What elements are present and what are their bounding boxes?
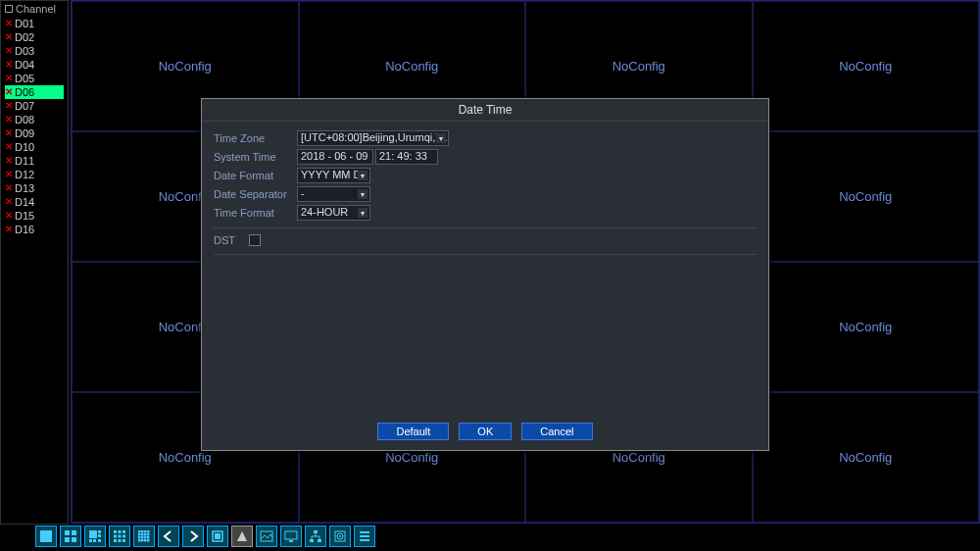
svg-rect-19 <box>122 539 125 542</box>
x-icon: ✕ <box>5 140 13 154</box>
channel-item-D08[interactable]: ✕D08 <box>5 113 64 126</box>
dateformat-label: Date Format <box>214 170 297 181</box>
date-input[interactable]: 2018 - 06 - 09 <box>297 149 373 165</box>
ptz-icon[interactable] <box>231 526 253 547</box>
timezone-label: Time Zone <box>214 132 297 144</box>
chevron-down-icon: ▾ <box>358 208 368 218</box>
prev-icon[interactable] <box>158 526 179 547</box>
channel-list: ✕D01✕D02✕D03✕D04✕D05✕D06✕D07✕D08✕D09✕D10… <box>1 17 68 236</box>
channel-item-D10[interactable]: ✕D10 <box>5 140 64 154</box>
network-icon[interactable] <box>305 526 326 547</box>
channel-item-D15[interactable]: ✕D15 <box>5 209 64 223</box>
timeformat-select[interactable]: 24-HOUR ▾ <box>297 205 370 221</box>
x-icon: ✕ <box>5 72 13 85</box>
divider <box>214 227 757 228</box>
svg-rect-22 <box>144 530 147 533</box>
chevron-down-icon: ▾ <box>358 171 368 180</box>
svg-rect-20 <box>138 530 141 533</box>
svg-rect-38 <box>261 531 272 541</box>
svg-rect-5 <box>89 530 97 538</box>
view4-icon[interactable] <box>60 526 81 547</box>
sidebar-title: Channel <box>16 3 56 15</box>
channel-item-D06[interactable]: ✕D06 <box>5 85 64 99</box>
x-icon: ✕ <box>5 58 13 72</box>
svg-rect-11 <box>114 530 117 533</box>
svg-rect-29 <box>141 536 144 539</box>
datesep-label: Date Separator <box>214 188 297 200</box>
channel-item-D16[interactable]: ✕D16 <box>5 223 64 236</box>
channel-item-D07[interactable]: ✕D07 <box>5 99 64 113</box>
dateformat-select[interactable]: YYYY MM D ▾ <box>297 168 370 183</box>
datesep-value: - <box>301 187 305 199</box>
display-icon[interactable] <box>280 526 302 547</box>
svg-rect-31 <box>147 536 150 539</box>
channel-item-D04[interactable]: ✕D04 <box>5 58 64 72</box>
svg-rect-17 <box>114 539 117 542</box>
svg-rect-9 <box>93 539 96 542</box>
svg-rect-13 <box>122 530 125 533</box>
svg-rect-33 <box>141 539 144 542</box>
svg-rect-39 <box>285 531 297 539</box>
svg-rect-8 <box>89 539 92 542</box>
svg-rect-32 <box>138 539 141 542</box>
fullscreen-icon[interactable] <box>207 526 228 547</box>
svg-rect-48 <box>360 535 369 537</box>
hdd-icon[interactable] <box>329 526 351 547</box>
menu-icon[interactable] <box>354 526 375 547</box>
svg-rect-18 <box>119 539 122 542</box>
view9-icon[interactable] <box>109 526 130 547</box>
sidebar-header: Channel <box>1 1 68 17</box>
channel-item-D13[interactable]: ✕D13 <box>5 181 64 195</box>
svg-rect-43 <box>318 539 321 542</box>
channel-sidebar: Channel ✕D01✕D02✕D03✕D04✕D05✕D06✕D07✕D08… <box>0 0 69 525</box>
time-input[interactable]: 21: 49: 33 <box>375 149 438 165</box>
dst-label: DST <box>214 234 241 246</box>
channel-item-D12[interactable]: ✕D12 <box>5 168 64 181</box>
chevron-down-icon: ▾ <box>358 189 368 199</box>
x-icon: ✕ <box>5 154 13 168</box>
timezone-select[interactable]: [UTC+08:00]Beijing,Urumqi,Ta ▾ <box>297 130 449 146</box>
x-icon: ✕ <box>5 30 13 44</box>
view1-icon[interactable] <box>35 526 57 547</box>
svg-rect-14 <box>114 535 117 538</box>
dst-checkbox[interactable] <box>249 234 261 246</box>
svg-rect-21 <box>141 530 144 533</box>
dateformat-value: YYYY MM D <box>301 169 362 180</box>
channel-item-D11[interactable]: ✕D11 <box>5 154 64 168</box>
x-icon: ✕ <box>5 181 13 195</box>
svg-rect-16 <box>122 535 125 538</box>
x-icon: ✕ <box>5 44 13 58</box>
view8-icon[interactable] <box>84 526 106 547</box>
svg-rect-35 <box>147 539 150 542</box>
ok-button[interactable]: OK <box>459 423 512 440</box>
channel-item-D01[interactable]: ✕D01 <box>5 17 64 30</box>
svg-rect-27 <box>147 533 150 536</box>
dialog-body: Time Zone [UTC+08:00]Beijing,Urumqi,Ta ▾… <box>202 122 768 269</box>
x-icon: ✕ <box>5 113 13 126</box>
default-button[interactable]: Default <box>377 423 449 440</box>
svg-rect-6 <box>98 530 101 533</box>
video-cell[interactable]: NoConfig <box>753 131 980 262</box>
svg-rect-7 <box>98 534 101 537</box>
channel-item-D09[interactable]: ✕D09 <box>5 126 64 140</box>
cancel-button[interactable]: Cancel <box>521 423 592 440</box>
svg-rect-1 <box>65 530 70 535</box>
channel-item-D02[interactable]: ✕D02 <box>5 30 64 44</box>
channel-item-D14[interactable]: ✕D14 <box>5 195 64 209</box>
channel-item-D05[interactable]: ✕D05 <box>5 72 64 85</box>
svg-rect-23 <box>147 530 150 533</box>
video-cell[interactable]: NoConfig <box>753 392 980 523</box>
channel-item-D03[interactable]: ✕D03 <box>5 44 64 58</box>
image-icon[interactable] <box>256 526 277 547</box>
x-icon: ✕ <box>5 209 13 223</box>
svg-point-46 <box>339 535 341 537</box>
svg-rect-37 <box>215 533 220 539</box>
next-icon[interactable] <box>182 526 204 547</box>
video-cell[interactable]: NoConfig <box>753 262 980 392</box>
view16-icon[interactable] <box>133 526 155 547</box>
datesep-select[interactable]: - ▾ <box>297 186 370 202</box>
bottom-toolbar <box>35 526 375 547</box>
video-cell[interactable]: NoConfig <box>753 1 980 131</box>
timeformat-value: 24-HOUR <box>301 206 348 218</box>
svg-rect-10 <box>98 539 101 542</box>
